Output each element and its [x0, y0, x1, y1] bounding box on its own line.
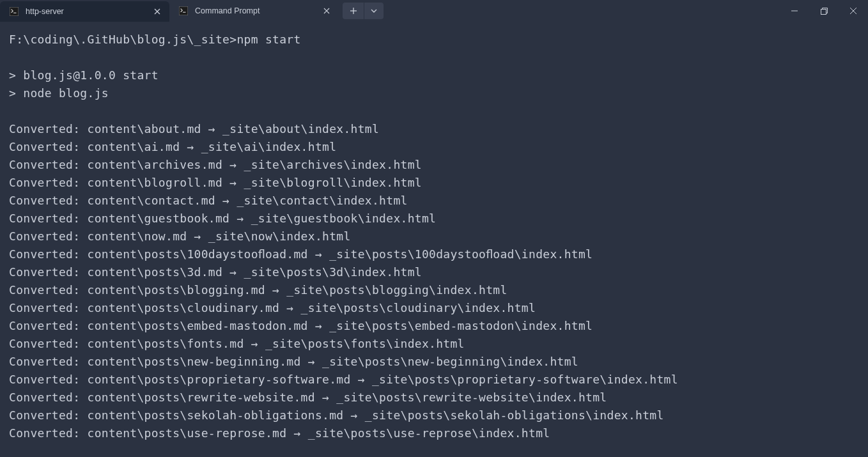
terminal-line: Converted: content\posts\100daystooﬂoad.…: [9, 245, 859, 263]
terminal-output[interactable]: F:\coding\.GitHub\blog.js\_site>npm star…: [0, 22, 868, 457]
terminal-line: [9, 49, 859, 66]
terminal-line: Converted: content\about.md → _site\abou…: [9, 120, 859, 138]
svg-rect-11: [821, 9, 826, 14]
window-titlebar: http-server Command Prompt: [0, 0, 868, 22]
svg-rect-0: [10, 7, 19, 16]
terminal-line: Converted: content\posts\blogging.md → _…: [9, 281, 859, 299]
terminal-line: Converted: content\contact.md → _site\co…: [9, 192, 859, 210]
terminal-line: > blog.js@1.0.0 start: [9, 66, 859, 84]
tab-actions: [343, 0, 384, 22]
tab-http-server[interactable]: http-server: [0, 1, 169, 22]
minimize-button[interactable]: [780, 0, 809, 22]
tab-command-prompt[interactable]: Command Prompt: [169, 0, 339, 22]
tab-title: Command Prompt: [195, 6, 314, 15]
svg-rect-4: [179, 6, 188, 15]
close-tab-icon[interactable]: [321, 5, 332, 17]
cmd-icon: [178, 6, 189, 16]
terminal-line: Converted: content\posts\embed-mastodon.…: [9, 317, 859, 335]
terminal-line: Converted: content\now.md → _site\now\in…: [9, 228, 859, 245]
terminal-line: Converted: content\posts\fonts.md → _sit…: [9, 335, 859, 353]
tab-title: http-server: [26, 7, 145, 16]
terminal-line: Converted: content\posts\use-reprose.md …: [9, 424, 859, 442]
terminal-line: Converted: content\posts\sekolah-obligat…: [9, 407, 859, 424]
tab-strip: http-server Command Prompt: [0, 0, 339, 22]
terminal-line: Converted: content\guestbook.md → _site\…: [9, 210, 859, 228]
tab-dropdown-button[interactable]: [364, 3, 384, 19]
terminal-line: Converted: content\posts\rewrite-website…: [9, 389, 859, 407]
titlebar-drag-area[interactable]: [384, 0, 780, 22]
cmd-icon: [9, 6, 19, 17]
terminal-line: Converted: content\ai.md → _site\ai\inde…: [9, 138, 859, 156]
terminal-line: Converted: content\posts\cloudinary.md →…: [9, 299, 859, 317]
terminal-line: Converted: content\blogroll.md → _site\b…: [9, 174, 859, 192]
terminal-line: > node blog.js: [9, 84, 859, 102]
maximize-button[interactable]: [809, 0, 839, 22]
terminal-line: F:\coding\.GitHub\blog.js\_site>npm star…: [9, 31, 859, 49]
terminal-line: Converted: content\posts\3d.md → _site\p…: [9, 263, 859, 281]
new-tab-button[interactable]: [343, 3, 364, 19]
close-tab-icon[interactable]: [151, 6, 163, 17]
terminal-line: Converted: content\posts\new-beginning.m…: [9, 353, 859, 371]
window-controls: [780, 0, 868, 22]
terminal-line: Converted: content\archives.md → _site\a…: [9, 156, 859, 174]
terminal-line: Converted: content\posts\proprietary-sof…: [9, 371, 859, 389]
terminal-line: [9, 102, 859, 120]
close-window-button[interactable]: [839, 0, 868, 22]
